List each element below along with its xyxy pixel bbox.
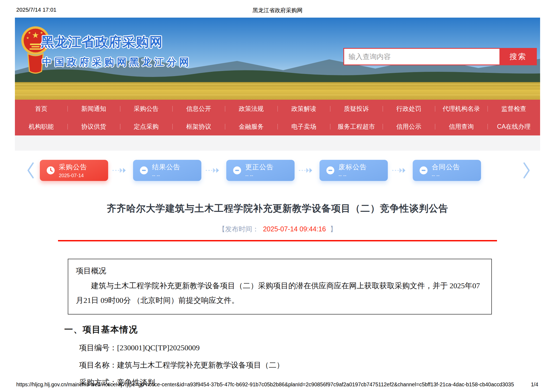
overview-body: 建筑与土木工程学院补充更新教学设备项目（二）采购项目的潜在供应商应在网上获取获取… [76,278,484,308]
nav-item-framework-agreement[interactable]: 框架协议 [172,118,225,135]
nav-item-admin-penalty[interactable]: 行政处罚 [383,100,435,118]
tab-label: 采购公告 [59,163,87,171]
nav-item-supervision[interactable]: 监督检查 [488,100,540,118]
print-page-number: 1/4 [531,381,538,388]
tab-label: 废标公告 [338,163,367,171]
print-footer: https://hljcg.hlj.gov.cn/maincms-web/not… [16,381,538,388]
publish-label-close: 】 [330,225,337,233]
tab-date: -- -- [245,173,273,179]
prev-arrow-icon[interactable] [26,162,34,179]
page: 2025/7/14 17:01 黑龙江省政府采购网 [0,0,555,392]
overview-heading: 项目概况 [76,264,484,278]
nav-item-designated-procurement[interactable]: 定点采购 [120,118,173,135]
tab-contract-notice[interactable]: 合同公告 -- -- [413,160,481,181]
print-header: 2025/7/14 17:01 黑龙江省政府采购网 [16,7,539,14]
nav-item-news-notice[interactable]: 新闻通知 [67,100,120,118]
nav-item-ca-online[interactable]: CA在线办理 [488,118,540,135]
nav-item-agreement-supply[interactable]: 协议供货 [67,118,120,135]
nav-row-2: 机构职能 协议供货 定点采购 框架协议 金融服务 电子卖场 服务工程超市 信用公… [15,118,540,135]
publish-time: 2025-07-14 09:44:16 [263,225,326,233]
notice-title: 齐齐哈尔大学建筑与土木工程学院补充更新教学设备项目（二）竞争性谈判公告 [11,202,544,215]
svg-text:★: ★ [32,31,39,40]
tab-date: -- -- [338,173,367,179]
nav-item-policy-regulations[interactable]: 政策法规 [225,100,278,118]
minus-icon [326,166,335,175]
nav-item-procurement-notice[interactable]: 采购公告 [120,100,173,118]
title-divider [58,240,497,241]
site-subtitle: 中国政府采购网黑龙江分网 [42,56,192,69]
nav-item-credit-query[interactable]: 信用查询 [435,118,488,135]
nav-item-agency-directory[interactable]: 代理机构名录 [435,100,488,118]
nav-item-info-disclosure[interactable]: 信息公开 [172,100,225,118]
tab-result-notice[interactable]: 结果公告 -- -- [133,160,201,181]
tab-date: 2025-07-14 [59,173,87,179]
print-page-title: 黑龙江省政府采购网 [16,7,539,14]
clock-icon [46,166,55,175]
main-nav: 首页 新闻通知 采购公告 信息公开 政策法规 政策解读 质疑投诉 行政处罚 代理… [15,100,540,135]
search-input[interactable] [343,48,499,65]
print-url: https://hljcg.hlj.gov.cn/maincms-web/not… [16,381,514,388]
flow-arrow-icon [298,167,316,174]
svg-text:★: ★ [26,36,29,40]
tab-date: -- -- [432,173,460,179]
tab-label: 更正公告 [245,163,273,171]
project-name-line: 项目名称：建筑与土木工程学院补充更新教学设备项目（二） [79,360,555,370]
next-arrow-icon[interactable] [523,162,531,179]
minus-icon [419,166,428,175]
project-number-line: 项目编号：[230001]QC[TP]20250009 [79,343,555,353]
nav-item-e-marketplace[interactable]: 电子卖场 [278,118,330,135]
publish-time-line: 【发布时间： 2025-07-14 09:44:16 】 [0,225,555,234]
nav-item-complaints[interactable]: 质疑投诉 [330,100,383,118]
flow-arrow-icon [112,167,129,174]
tab-date: -- -- [152,173,180,179]
nav-row-1: 首页 新闻通知 采购公告 信息公开 政策法规 政策解读 质疑投诉 行政处罚 代理… [15,100,540,118]
publish-label: 【发布时间： [218,225,259,233]
minus-icon [140,166,148,175]
notice-type-stepper: 采购公告 2025-07-14 结果公告 -- -- 更正公告 [15,159,540,182]
nav-item-home[interactable]: 首页 [15,100,67,118]
site-title: 黑龙江省政府采购网 [41,33,163,51]
nav-item-org-functions[interactable]: 机构职能 [15,118,67,135]
project-overview-box: 项目概况 建筑与土木工程学院补充更新教学设备项目（二）采购项目的潜在供应商应在网… [68,259,492,315]
nav-item-financial-services[interactable]: 金融服务 [225,118,278,135]
tab-label: 合同公告 [432,163,460,171]
flow-arrow-icon [392,167,409,174]
search-bar: 搜索 [343,48,537,65]
flow-arrow-icon [205,167,222,174]
section-heading-basic-info: 一、项目基本情况 [64,324,555,336]
minus-icon [233,166,241,175]
tab-correction-notice[interactable]: 更正公告 -- -- [226,160,295,181]
site-banner: ★ ★ ★ ★ ★ 黑龙江省政府采购网 中国政府采购网黑龙江分网 搜索 [15,18,540,100]
nav-item-service-project-mart[interactable]: 服务工程超市 [330,118,383,135]
search-button[interactable]: 搜索 [499,48,537,65]
tab-procurement-notice[interactable]: 采购公告 2025-07-14 [40,160,108,181]
nav-item-credit-publicity[interactable]: 信用公示 [383,118,435,135]
tab-cancellation-notice[interactable]: 废标公告 -- -- [320,160,388,181]
divider-strip [15,135,540,151]
nav-item-policy-interpretation[interactable]: 政策解读 [278,100,330,118]
svg-text:★: ★ [28,31,31,35]
tab-label: 结果公告 [152,163,180,171]
